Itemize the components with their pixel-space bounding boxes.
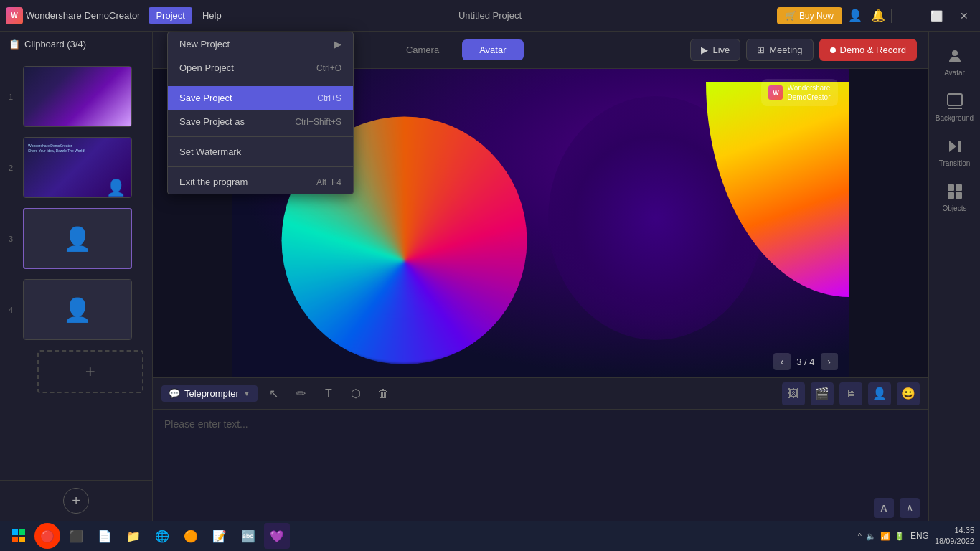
clip-thumb-1[interactable] [23, 66, 132, 127]
menu-save-project[interactable]: Save Project Ctrl+S [168, 86, 353, 110]
close-button[interactable]: ✕ [954, 7, 974, 24]
insert-media-button[interactable]: 🎬 [811, 382, 834, 405]
titlebar-left: W Wondershare DemoCreator Project Help [6, 7, 229, 24]
network-icon[interactable]: 📶 [880, 532, 890, 541]
right-tool-objects[interactable]: Objects [933, 176, 976, 218]
svg-rect-12 [19, 537, 25, 542]
insert-screen-button[interactable]: 🖥 [839, 382, 862, 405]
menu-open-project[interactable]: Open Project Ctrl+O [168, 56, 353, 80]
live-button[interactable]: ▶ Live [690, 39, 740, 61]
taskbar-word[interactable]: 📝 [207, 523, 232, 549]
notification-icon[interactable]: 🔔 [871, 9, 885, 22]
add-clip-round-button[interactable]: + [63, 488, 89, 514]
clock-date: 18/09/2022 [935, 536, 974, 547]
right-tool-avatar[interactable]: Avatar [933, 40, 976, 83]
insert-sticker-button[interactable]: 😀 [897, 382, 920, 405]
teleprompter-tools: ↖ ✏ T ⬡ 🗑 [263, 383, 394, 405]
menu-save-project-as[interactable]: Save Project as Ctrl+Shift+S [168, 110, 353, 133]
taskbar-chrome[interactable]: 🌐 [149, 523, 175, 549]
teleprompter-text: Teleprompter [184, 388, 239, 399]
hidden-icons-button[interactable]: ^ [858, 532, 862, 540]
clip-item-1[interactable]: 1 [6, 63, 146, 130]
background-panel-label: Background [936, 114, 974, 122]
language-indicator[interactable]: ENG [910, 531, 929, 541]
svg-marker-3 [949, 141, 956, 152]
clip3-person-icon: 👤 [63, 225, 92, 253]
taskbar-democreator[interactable]: 💜 [264, 523, 290, 549]
menu-help[interactable]: Help [195, 7, 229, 24]
main-layout: 📋 Clipboard (3/4) 1 2 Wondershare DemoCr… [0, 32, 980, 521]
clip4-person-icon: 👤 [63, 296, 92, 324]
live-icon: ▶ [701, 44, 708, 55]
battery-icon[interactable]: 🔋 [895, 532, 905, 541]
delete-tool-button[interactable]: 🗑 [372, 383, 394, 405]
titlebar-divider [891, 9, 892, 23]
clip-thumb-3[interactable]: 👤 [23, 208, 132, 269]
clip-item-2[interactable]: 2 Wondershare DemoCreatorShare Your Idea… [6, 134, 146, 201]
taskbar-files[interactable]: 📁 [121, 523, 146, 549]
add-clip-item[interactable]: + [6, 347, 146, 396]
insert-person-button[interactable]: 👤 [868, 382, 891, 405]
taskbar-powerpoint[interactable]: 📄 [92, 523, 118, 549]
text-tool-button[interactable]: T [318, 383, 339, 405]
avatar-button[interactable]: Avatar [462, 39, 523, 60]
svg-rect-9 [12, 529, 18, 535]
volume-icon[interactable]: 🔈 [866, 532, 876, 541]
teleprompter-panel: 💬 Teleprompter ▼ ↖ ✏ T ⬡ 🗑 🖼 🎬 [153, 377, 928, 521]
clip-item-4[interactable]: 4 👤 [6, 276, 146, 343]
taskbar-app5[interactable]: 🟠 [178, 523, 204, 549]
shape-tool-button[interactable]: ⬡ [345, 383, 367, 405]
menu-set-watermark[interactable]: Set Watermark [168, 140, 353, 164]
taskbar-network[interactable]: ⬛ [63, 523, 89, 549]
record-dot-icon [830, 47, 836, 53]
clock-display[interactable]: 14:35 18/09/2022 [935, 525, 974, 547]
toolbar-center: Camera Avatar [389, 39, 524, 60]
insert-image-button[interactable]: 🖼 [782, 382, 805, 405]
taskbar-search[interactable]: 🔴 [34, 523, 60, 549]
right-tool-transition[interactable]: Transition [933, 131, 976, 173]
cursor-tool-button[interactable]: ↖ [263, 383, 285, 405]
font-size-increase-button[interactable]: A [874, 498, 894, 518]
titlebar-icons: 👤 🔔 [848, 9, 885, 22]
svg-rect-6 [956, 184, 962, 191]
clipboard-icon: 📋 [9, 39, 20, 50]
project-dropdown-menu[interactable]: New Project ▶ Open Project Ctrl+O Save P… [167, 32, 354, 194]
profile-icon[interactable]: 👤 [848, 9, 862, 22]
maximize-button[interactable]: ⬜ [925, 7, 948, 24]
system-tray[interactable]: ^ 🔈 📶 🔋 [858, 532, 905, 541]
right-panel: Avatar Background Transition [928, 32, 980, 521]
next-slide-button[interactable]: › [821, 353, 838, 370]
right-tool-background[interactable]: Background [933, 85, 976, 128]
font-size-decrease-button[interactable]: A [900, 498, 920, 518]
teleprompter-right: 🖼 🎬 🖥 👤 😀 [782, 382, 920, 405]
meeting-button[interactable]: ⊞ Meeting [746, 39, 813, 61]
clip-thumb-image-1 [24, 67, 131, 126]
menu-project[interactable]: Project [149, 7, 192, 24]
clip-thumb-image-3: 👤 [24, 209, 131, 268]
submenu-arrow-icon: ▶ [334, 39, 341, 50]
page-indicator: 3 / 4 [796, 357, 814, 367]
add-clip-button[interactable]: + [37, 350, 143, 393]
menu-new-project[interactable]: New Project ▶ [168, 32, 353, 56]
camera-button[interactable]: Camera [389, 39, 456, 60]
minimize-button[interactable]: — [897, 7, 919, 24]
clip-num-2: 2 [9, 164, 17, 172]
demo-record-button[interactable]: Demo & Record [819, 39, 917, 61]
taskbar-app7[interactable]: 🔤 [235, 523, 261, 549]
clip2-person-icon: 👤 [106, 179, 126, 197]
pen-tool-button[interactable]: ✏ [291, 383, 312, 405]
cart-icon: 🛒 [786, 11, 796, 21]
clip-thumb-4[interactable]: 👤 [23, 279, 132, 340]
start-button[interactable] [6, 523, 32, 549]
clip-thumb-2[interactable]: Wondershare DemoCreatorShare Your Idea, … [23, 137, 132, 198]
menu-exit-program[interactable]: Exit the program Alt+F4 [168, 170, 353, 194]
teleprompter-text-input[interactable]: Please enter text... [153, 410, 928, 495]
prev-slide-button[interactable]: ‹ [773, 353, 791, 370]
buy-now-button[interactable]: 🛒 Buy Now [777, 7, 842, 24]
taskbar-left: 🔴 ⬛ 📄 📁 🌐 🟠 📝 🔤 💜 [6, 523, 290, 549]
project-title: Untitled Project [458, 10, 522, 21]
teleprompter-label[interactable]: 💬 Teleprompter ▼ [161, 385, 258, 402]
menu-separator-2 [168, 136, 353, 137]
clip-item-3[interactable]: 3 👤 [6, 205, 146, 272]
titlebar-right: 🛒 Buy Now 👤 🔔 — ⬜ ✕ [777, 7, 974, 24]
